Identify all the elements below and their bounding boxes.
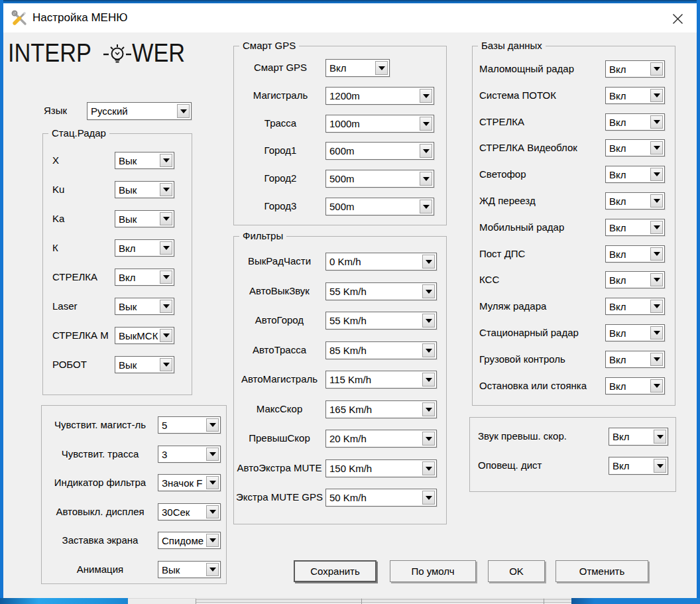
dropdown-arrow-icon[interactable]	[206, 534, 219, 547]
dropdown-arrow-icon[interactable]	[422, 491, 435, 505]
overspeed-sound-value: Вкл	[612, 428, 652, 445]
dropdown-arrow-icon[interactable]	[177, 104, 190, 118]
combo-maks-skor[interactable]: 165 Km/h	[325, 400, 437, 418]
combo-gorod3[interactable]: 500m	[325, 198, 434, 215]
combo-k-band[interactable]: Вкл	[115, 239, 174, 257]
combo-animation[interactable]: Вык	[158, 561, 221, 578]
dropdown-arrow-icon[interactable]	[420, 117, 432, 131]
combo-mobile-radar[interactable]: Вкл	[605, 219, 665, 236]
combo-strelka[interactable]: Вкл	[115, 269, 174, 286]
dropdown-arrow-icon[interactable]	[422, 432, 435, 446]
combo-stop-parking[interactable]: Вкл	[605, 377, 665, 394]
dropdown-arrow-icon[interactable]	[160, 329, 172, 342]
combo-robot[interactable]: Вык	[115, 356, 174, 373]
dropdown-arrow-icon[interactable]	[650, 273, 663, 286]
dropdown-arrow-icon[interactable]	[654, 430, 666, 444]
dropdown-arrow-icon[interactable]	[420, 144, 432, 158]
dropdown-arrow-icon[interactable]	[160, 154, 172, 167]
dropdown-arrow-icon[interactable]	[160, 183, 172, 196]
dropdown-arrow-icon[interactable]	[206, 505, 219, 518]
combo-strelka-video[interactable]: Вкл	[605, 139, 665, 156]
dropdown-arrow-icon[interactable]	[650, 247, 663, 261]
screensaver-label: Заставка экрана	[43, 532, 157, 548]
combo-vyk-rad-chasti[interactable]: 0 Km/h	[325, 253, 437, 271]
combo-ka-band[interactable]: Вык	[115, 210, 174, 227]
dropdown-arrow-icon[interactable]	[160, 212, 172, 225]
dropdown-arrow-icon[interactable]	[650, 221, 663, 234]
dropdown-arrow-icon[interactable]	[420, 200, 432, 213]
combo-auto-trassa[interactable]: 85 Km/h	[325, 341, 437, 359]
combo-language[interactable]: Русский	[87, 102, 192, 120]
combo-filter-indicator[interactable]: Значок F	[158, 474, 221, 491]
dropdown-arrow-icon[interactable]	[650, 300, 663, 313]
combo-sens-highway[interactable]: 5	[158, 416, 221, 434]
dropdown-arrow-icon[interactable]	[422, 343, 435, 357]
combo-trassa[interactable]: 1000m	[325, 115, 434, 133]
dropdown-arrow-icon[interactable]	[422, 255, 435, 269]
dropdown-arrow-icon[interactable]	[650, 115, 663, 129]
dropdown-arrow-icon[interactable]	[160, 358, 172, 371]
setting-row-overspeed-sound: Звук превыш. скор.Вкл	[470, 428, 675, 444]
dropdown-arrow-icon[interactable]	[206, 476, 219, 489]
dropdown-arrow-icon[interactable]	[420, 172, 432, 186]
combo-railroad[interactable]: Вкл	[605, 192, 665, 210]
combo-auto-magistral[interactable]: 115 Km/h	[325, 371, 437, 389]
combo-display-autooff[interactable]: 30Сек	[158, 503, 221, 520]
combo-low-power-radar[interactable]: Вкл	[605, 60, 665, 78]
dropdown-arrow-icon[interactable]	[650, 353, 663, 366]
combo-magistral[interactable]: 1200m	[325, 87, 434, 105]
combo-sens-trassa[interactable]: 3	[158, 446, 221, 463]
combo-cargo-control[interactable]: Вкл	[605, 351, 665, 368]
dropdown-arrow-icon[interactable]	[654, 459, 666, 473]
combo-auto-gorod[interactable]: 55 Km/h	[325, 312, 437, 330]
dropdown-arrow-icon[interactable]	[650, 379, 663, 393]
combo-prevysh-skor[interactable]: 20 Km/h	[325, 430, 437, 448]
combo-ku-band[interactable]: Вык	[115, 181, 174, 198]
dropdown-arrow-icon[interactable]	[650, 89, 663, 102]
close-button[interactable]	[668, 9, 687, 29]
dropdown-arrow-icon[interactable]	[375, 61, 388, 75]
combo-potok-system[interactable]: Вкл	[605, 87, 665, 104]
combo-auto-vyk-zvuk[interactable]: 55 Km/h	[325, 282, 437, 300]
defaults-button[interactable]: По умолч	[390, 560, 476, 582]
combo-strelka-db[interactable]: Вкл	[605, 113, 665, 131]
dropdown-arrow-icon[interactable]	[422, 373, 435, 387]
combo-auto-extra-mute[interactable]: 150 Km/h	[325, 459, 437, 477]
combo-kss[interactable]: Вкл	[605, 271, 665, 288]
combo-distance-alert[interactable]: Вкл	[609, 457, 668, 475]
dropdown-arrow-icon[interactable]	[422, 284, 435, 298]
combo-screensaver[interactable]: Спидоме	[158, 532, 221, 549]
dropdown-arrow-icon[interactable]	[422, 461, 435, 475]
combo-extra-mute-gps[interactable]: 50 Km/h	[325, 489, 437, 507]
combo-strelka-m[interactable]: ВыкМСК	[115, 327, 174, 344]
combo-x-band[interactable]: Вык	[115, 152, 174, 169]
dropdown-arrow-icon[interactable]	[650, 168, 663, 181]
save-button[interactable]: Сохранить	[294, 560, 377, 582]
dropdown-arrow-icon[interactable]	[206, 418, 219, 432]
combo-mock-radar[interactable]: Вкл	[605, 298, 665, 315]
combo-overspeed-sound[interactable]: Вкл	[609, 428, 668, 446]
dropdown-arrow-icon[interactable]	[160, 300, 172, 313]
dropdown-arrow-icon[interactable]	[650, 62, 663, 76]
combo-svetofor[interactable]: Вкл	[605, 166, 665, 183]
dropdown-arrow-icon[interactable]	[422, 402, 435, 416]
cancel-button[interactable]: Отменить	[555, 560, 648, 582]
combo-smart-gps[interactable]: Вкл	[325, 59, 390, 77]
display-autooff-value: 30Сек	[162, 504, 204, 520]
combo-laser[interactable]: Вык	[115, 298, 174, 315]
dropdown-arrow-icon[interactable]	[650, 194, 663, 208]
combo-gorod1[interactable]: 600m	[325, 142, 434, 160]
combo-gorod2[interactable]: 500m	[325, 170, 434, 188]
language-value: Русский	[91, 103, 175, 119]
dropdown-arrow-icon[interactable]	[206, 563, 219, 576]
dropdown-arrow-icon[interactable]	[420, 89, 432, 103]
dropdown-arrow-icon[interactable]	[160, 271, 172, 284]
combo-post-dps[interactable]: Вкл	[605, 245, 665, 263]
dropdown-arrow-icon[interactable]	[160, 241, 172, 255]
dropdown-arrow-icon[interactable]	[650, 141, 663, 154]
dropdown-arrow-icon[interactable]	[206, 448, 219, 461]
dropdown-arrow-icon[interactable]	[422, 314, 435, 328]
ok-button[interactable]: OK	[488, 560, 545, 582]
combo-stationary-radar[interactable]: Вкл	[605, 324, 665, 341]
dropdown-arrow-icon[interactable]	[650, 326, 663, 339]
